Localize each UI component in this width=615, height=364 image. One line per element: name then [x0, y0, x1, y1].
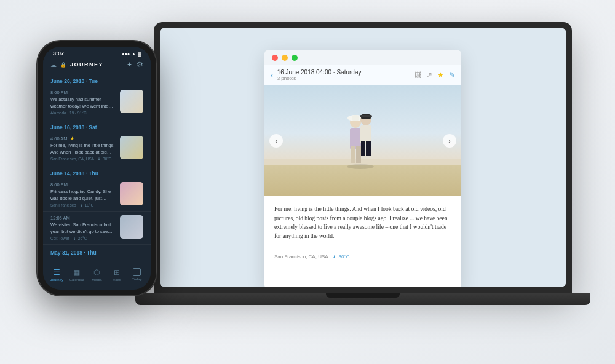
lock-icon[interactable]: 🔒 [60, 62, 66, 68]
phone-device: 3:07 ●●● ▲ ▓ ☁ 🔒 JOURNEY + [37, 41, 157, 296]
journal-window: ‹ 16 June 2018 04:00 · Saturday 3 photos… [264, 50, 461, 287]
svg-rect-5 [352, 115, 359, 121]
journal-weather: 🌡 30°C [332, 254, 350, 259]
nav-tab-media[interactable]: ⬡ Media [87, 268, 107, 282]
header-date: 16 June 2018 04:00 · Saturday [277, 69, 362, 76]
thumbnail-image [120, 136, 143, 159]
journey-nav-icon: ☰ [54, 268, 60, 277]
svg-rect-7 [351, 146, 355, 163]
header-photos-count: 3 photos [277, 76, 362, 81]
entry-location: Alameda · 19 - 91°C [50, 111, 87, 115]
entries-list: June 26, 2018 · Tue 8:00 PM We actually … [43, 73, 151, 262]
laptop-notch [326, 293, 400, 298]
svg-rect-8 [356, 146, 361, 163]
phone-shell: 3:07 ●●● ▲ ▓ ☁ 🔒 JOURNEY + [37, 41, 157, 296]
wifi-icon: ▲ [132, 52, 136, 56]
back-button[interactable]: ‹ [271, 70, 274, 80]
svg-rect-11 [360, 115, 372, 117]
maximize-button[interactable] [292, 55, 298, 61]
list-item[interactable]: 12:06 AM We visited San Francisco last y… [43, 212, 151, 245]
svg-rect-14 [366, 141, 371, 156]
list-item[interactable]: 8:00 PM Princess hugging Candy. She was … [43, 178, 151, 212]
close-button[interactable] [272, 55, 278, 61]
window-header: ‹ 16 June 2018 04:00 · Saturday 3 photos… [264, 65, 461, 85]
right-arrow-icon: › [448, 137, 451, 144]
app-header-right: + ⚙ [127, 60, 143, 69]
entry-excerpt: Princess hugging Candy. She was docile a… [50, 189, 115, 202]
window-titlebar [264, 50, 461, 65]
entry-thumbnail [120, 90, 143, 113]
beach-photo [264, 85, 461, 196]
status-icons: ●●● ▲ ▓ [122, 52, 141, 56]
nav-tab-today[interactable]: Today [127, 268, 147, 281]
app-title: JOURNEY [70, 61, 103, 68]
journal-body-text: For me, living is the little things. And… [274, 205, 451, 241]
nav-tab-atlas[interactable]: ⊞ Atlas [107, 268, 127, 282]
header-date-info: 16 June 2018 04:00 · Saturday 3 photos [277, 69, 362, 81]
app-header: ☁ 🔒 JOURNEY + ⚙ [43, 58, 151, 73]
media-nav-label: Media [92, 278, 101, 282]
laptop-screen: ‹ 16 June 2018 04:00 · Saturday 3 photos… [160, 28, 566, 287]
date-group-header-1: June 26, 2018 · Tue [43, 73, 151, 86]
entry-time: 4:00 AM ★ [50, 136, 115, 141]
star-icon[interactable]: ★ [437, 71, 444, 79]
app-header-left: ☁ 🔒 JOURNEY [50, 61, 103, 68]
entry-meta-row: Alameda · 19 - 91°C [50, 111, 115, 115]
entry-meta-row: Coit Tower · 🌡 26°C [50, 236, 115, 240]
date-group-header-3: June 14, 2018 · Thu [43, 165, 151, 178]
list-item[interactable]: 4:00 AM ★ For me, living is the little t… [43, 132, 151, 165]
nav-tab-journey[interactable]: ☰ Journey [47, 268, 67, 282]
minimize-button[interactable] [282, 55, 288, 61]
star-badge: ★ [70, 136, 74, 141]
image-icon[interactable]: 🖼 [414, 71, 421, 79]
add-button[interactable]: + [127, 60, 132, 69]
entry-info: 4:00 AM ★ For me, living is the little t… [50, 136, 115, 161]
entry-info: 8:00 PM We actually had summer weather t… [50, 90, 115, 115]
journal-text-area: For me, living is the little things. And… [264, 196, 461, 247]
cloud-icon[interactable]: ☁ [50, 61, 57, 68]
entry-meta-row: San Francisco · 🌡 13°C [50, 203, 115, 207]
thumbnail-image [120, 215, 143, 239]
entry-thumbnail [120, 182, 143, 205]
entry-location: Coit Tower · 🌡 26°C [50, 236, 87, 240]
laptop-screen-content: ‹ 16 June 2018 04:00 · Saturday 3 photos… [160, 28, 566, 287]
nav-tab-calendar[interactable]: ▦ Calendar [67, 268, 87, 282]
settings-button[interactable]: ⚙ [137, 60, 143, 69]
calendar-nav-icon: ▦ [73, 268, 80, 277]
entry-excerpt: For me, living is the little things. And… [50, 143, 115, 156]
laptop-body: ‹ 16 June 2018 04:00 · Saturday 3 photos… [154, 22, 572, 293]
entry-time: 8:00 PM [50, 90, 115, 95]
entry-time: 12:06 AM [50, 215, 115, 221]
svg-point-15 [347, 164, 374, 169]
entry-thumbnail [120, 136, 143, 159]
entry-meta-row: San Francisco, CA, USA · 🌡 30°C [50, 157, 115, 161]
signal-icon: ●●● [122, 52, 130, 56]
phone-screen: 3:07 ●●● ▲ ▓ ☁ 🔒 JOURNEY + [43, 47, 151, 290]
calendar-nav-label: Calendar [69, 278, 84, 282]
entry-location: San Francisco, CA, USA · 🌡 30°C [50, 157, 112, 161]
left-arrow-icon: ‹ [275, 137, 277, 144]
temperature: 30°C [339, 254, 350, 259]
entry-excerpt: We actually had summer weather today! We… [50, 97, 115, 109]
entry-location: San Francisco · 🌡 13°C [50, 203, 93, 207]
date-group-header-2: June 16, 2018 · Sat [43, 119, 151, 132]
photo-next-button[interactable]: › [443, 134, 456, 148]
atlas-nav-icon: ⊞ [114, 268, 120, 277]
photo-prev-button[interactable]: ‹ [269, 134, 283, 148]
window-header-left: ‹ 16 June 2018 04:00 · Saturday 3 photos [271, 69, 361, 81]
today-nav-icon [133, 268, 141, 276]
share-icon[interactable]: ↗ [426, 71, 432, 79]
svg-rect-13 [361, 141, 365, 156]
laptop-base [135, 293, 590, 305]
edit-icon[interactable]: ✎ [449, 71, 455, 79]
entry-time: 8:00 PM [50, 182, 115, 188]
thumbnail-image [120, 90, 143, 113]
media-nav-icon: ⬡ [93, 268, 100, 277]
weather-icon: 🌡 [332, 254, 337, 259]
atlas-nav-label: Atlas [113, 278, 121, 282]
date-group-header-5: May 31, 2018 · Thu [43, 245, 151, 258]
journal-meta: San Francisco, CA, USA 🌡 30°C [264, 250, 461, 264]
phone-status-bar: 3:07 ●●● ▲ ▓ [43, 47, 151, 58]
thumbnail-image [120, 182, 143, 205]
list-item[interactable]: 8:00 PM We actually had summer weather t… [43, 86, 151, 119]
